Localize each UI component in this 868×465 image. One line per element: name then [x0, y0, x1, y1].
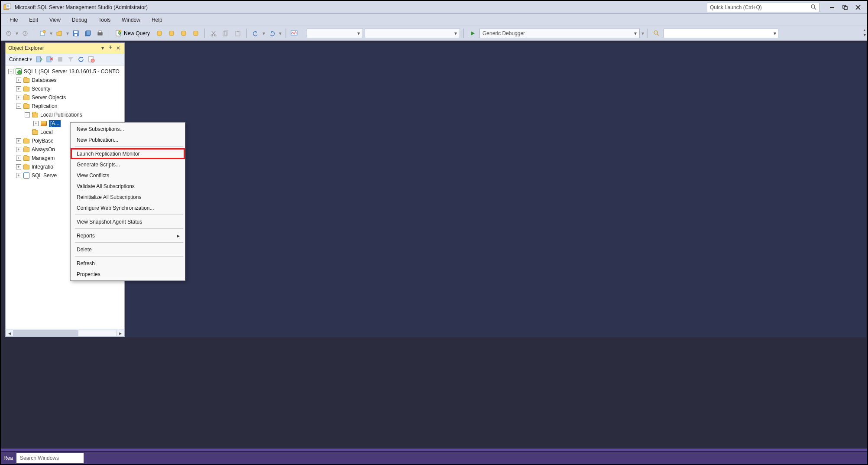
cm-separator	[75, 146, 183, 147]
connect-dropdown[interactable]: Connect▾	[8, 56, 33, 62]
scroll-thumb[interactable]	[13, 330, 78, 336]
start-debug-button[interactable]	[467, 28, 478, 39]
svg-point-2	[811, 5, 815, 8]
maximize-button[interactable]	[839, 3, 852, 12]
tree-replication-node[interactable]: −Replication	[6, 102, 124, 111]
find-button[interactable]	[651, 28, 662, 39]
tree-server-node[interactable]: −SQL1 (SQL Server 13.0.1601.5 - CONTO	[6, 67, 124, 76]
cm-new-publication[interactable]: New Publication...	[71, 134, 185, 145]
cm-separator	[75, 242, 183, 243]
cm-reports-label: Reports	[77, 233, 95, 239]
svg-line-3	[814, 8, 816, 10]
menu-window[interactable]: Window	[117, 15, 146, 25]
menu-edit[interactable]: Edit	[24, 15, 43, 25]
svg-point-34	[654, 31, 657, 34]
new-project-button[interactable]	[38, 28, 48, 39]
object-explorer-scrollbar[interactable]: ◂ ▸	[6, 329, 124, 337]
cm-delete[interactable]: Delete	[71, 244, 185, 255]
menu-help[interactable]: Help	[146, 15, 168, 25]
solution-config-combo[interactable]: ▾	[307, 29, 363, 38]
publication-context-menu: New Subscriptions... New Publication... …	[70, 122, 185, 281]
svg-rect-32	[237, 31, 239, 32]
print-button[interactable]	[95, 28, 105, 39]
status-ready: Rea	[1, 455, 16, 461]
save-button[interactable]	[71, 28, 81, 39]
scroll-track[interactable]	[13, 330, 117, 337]
nav-forward-button[interactable]	[20, 28, 30, 39]
open-file-button[interactable]	[54, 28, 65, 39]
nav-back-button[interactable]	[3, 28, 14, 39]
solution-platform-combo[interactable]: ▾	[365, 29, 460, 38]
debugger-combo[interactable]: Generic Debugger▾	[479, 29, 640, 38]
connect-server-icon[interactable]	[36, 55, 43, 63]
cm-view-conflicts[interactable]: View Conflicts	[71, 170, 185, 181]
refresh-icon[interactable]	[77, 55, 85, 63]
minimize-button[interactable]	[826, 3, 839, 12]
filter-icon[interactable]	[67, 55, 74, 63]
submenu-arrow-icon: ▸	[177, 233, 180, 239]
save-all-button[interactable]	[83, 28, 93, 39]
dropdown-icon[interactable]: ▾	[99, 45, 106, 52]
connect-label: Connect	[9, 56, 29, 62]
toolbar-overflow-icon[interactable]: ▪▪▾	[864, 28, 865, 37]
undo-button[interactable]	[250, 28, 261, 39]
menu-file[interactable]: File	[4, 15, 23, 25]
script-icon[interactable]	[87, 55, 95, 63]
scroll-right-arrow[interactable]: ▸	[117, 330, 124, 337]
cm-reinitialize-all[interactable]: Reinitialize All Subscriptions	[71, 192, 185, 202]
new-query-button[interactable]: ✲ New Query	[113, 28, 152, 39]
cm-validate-all[interactable]: Validate All Subscriptions	[71, 181, 185, 192]
scroll-left-arrow[interactable]: ◂	[6, 330, 13, 337]
windows-search-input[interactable]: Search Windows	[16, 453, 84, 463]
copy-button[interactable]	[220, 28, 231, 39]
quick-launch-placeholder: Quick Launch (Ctrl+Q)	[710, 4, 762, 10]
svg-line-35	[657, 34, 659, 36]
main-toolbar: ▾ ▾ ▾ ✲ New Query ▾ ▾ ▾ ▾ Generic Debugg…	[1, 26, 867, 41]
db-query-icon-4[interactable]	[191, 28, 201, 39]
cut-button[interactable]	[208, 28, 219, 39]
new-query-label: New Query	[124, 30, 150, 36]
menu-bar: File Edit View Debug Tools Window Help	[1, 14, 867, 26]
cm-reports[interactable]: Reports▸	[71, 230, 185, 241]
tree-security-node[interactable]: +Security	[6, 85, 124, 93]
cm-separator	[75, 215, 183, 215]
redo-button[interactable]	[267, 28, 277, 39]
object-explorer-titlebar[interactable]: Object Explorer ▾ ✕	[6, 43, 124, 53]
db-query-icon-2[interactable]	[166, 28, 177, 39]
paste-button[interactable]	[233, 28, 243, 39]
ssms-app-icon	[3, 3, 11, 11]
close-button[interactable]	[852, 3, 865, 12]
menu-view[interactable]: View	[44, 15, 66, 25]
tree-server-objects-node[interactable]: +Server Objects	[6, 93, 124, 102]
svg-rect-15	[74, 34, 77, 36]
cm-generate-scripts[interactable]: Generate Scripts...	[71, 159, 185, 170]
svg-point-9	[6, 31, 11, 36]
menu-tools[interactable]: Tools	[93, 15, 116, 25]
activity-monitor-button[interactable]	[289, 28, 299, 39]
svg-point-12	[43, 30, 45, 33]
cm-new-subscriptions[interactable]: New Subscriptions...	[71, 124, 185, 134]
search-icon	[811, 4, 816, 10]
debugger-combo-label: Generic Debugger	[483, 30, 525, 36]
cm-launch-replication-monitor[interactable]: Launch Replication Monitor	[71, 148, 185, 159]
svg-point-42	[91, 59, 94, 62]
cm-refresh[interactable]: Refresh	[71, 258, 185, 269]
menu-debug[interactable]: Debug	[67, 15, 92, 25]
tree-databases-node[interactable]: +Databases	[6, 76, 124, 85]
svg-point-10	[23, 31, 27, 36]
close-pane-icon[interactable]: ✕	[115, 45, 122, 52]
pin-icon[interactable]	[107, 45, 114, 52]
cm-configure-web-sync[interactable]: Configure Web Synchronization...	[71, 202, 185, 213]
cm-properties[interactable]: Properties	[71, 269, 185, 280]
new-query-icon: ✲	[115, 30, 122, 37]
db-query-icon-3[interactable]	[178, 28, 189, 39]
svg-rect-40	[58, 57, 62, 62]
db-query-icon-1[interactable]	[154, 28, 165, 39]
stop-icon[interactable]	[56, 55, 64, 63]
find-input[interactable]: ▾	[664, 29, 778, 38]
disconnect-server-icon[interactable]	[46, 55, 54, 63]
tree-local-publications-node[interactable]: −Local Publications	[6, 111, 124, 119]
quick-launch-input[interactable]: Quick Launch (Ctrl+Q)	[707, 3, 819, 12]
window-title: Microsoft SQL Server Management Studio (…	[15, 4, 148, 10]
cm-view-snapshot[interactable]: View Snapshot Agent Status	[71, 216, 185, 227]
